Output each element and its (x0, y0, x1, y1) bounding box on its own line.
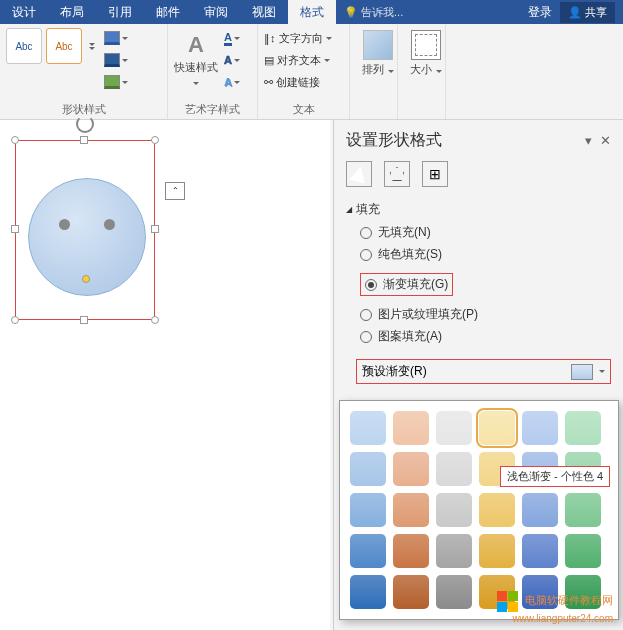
gradient-preset-2-5[interactable] (565, 493, 601, 527)
text-direction-button[interactable]: ‖↕文字方向 (264, 28, 343, 48)
tab-format[interactable]: 格式 (288, 0, 336, 25)
gradient-preset-3-4[interactable] (522, 534, 558, 568)
watermark-logo-icon (497, 591, 518, 612)
circle-shape[interactable] (28, 178, 146, 296)
arrange-button[interactable]: 排列 (356, 28, 400, 77)
gradient-preset-3-3[interactable] (479, 534, 515, 568)
layout-options-icon[interactable]: ⌃ (165, 182, 185, 200)
gradient-preset-popup: 浅色渐变 - 个性色 4 (339, 400, 619, 620)
gradient-preset-3-5[interactable] (565, 534, 601, 568)
tab-mailings[interactable]: 邮件 (144, 0, 192, 25)
picture-fill-radio[interactable]: 图片或纹理填充(P) (360, 306, 611, 323)
gradient-preset-0-0[interactable] (350, 411, 386, 445)
preset-swatch-icon (571, 364, 593, 380)
ribbon: Abc Abc 形状样式 A 快速样式 A A A 艺术字样式 (0, 24, 623, 120)
tell-me[interactable]: 💡 告诉我... (344, 5, 403, 20)
outline-swatch-icon (104, 53, 120, 67)
gradient-preset-0-3[interactable] (479, 411, 515, 445)
align-text-icon: ▤ (264, 54, 274, 67)
gradient-preset-3-1[interactable] (393, 534, 429, 568)
gradient-preset-0-2[interactable] (436, 411, 472, 445)
quick-styles-button[interactable]: A 快速样式 (174, 28, 218, 98)
arrange-icon (363, 30, 393, 60)
create-link-button[interactable]: ⚯创建链接 (264, 72, 343, 92)
gradient-preset-1-1[interactable] (393, 452, 429, 486)
shape-style-more[interactable] (86, 28, 98, 64)
gradient-preset-4-1[interactable] (393, 575, 429, 609)
handle-tr[interactable] (151, 136, 159, 144)
shape-effects-button[interactable] (102, 72, 130, 92)
handle-br[interactable] (151, 316, 159, 324)
gradient-preset-4-2[interactable] (436, 575, 472, 609)
gradient-preset-0-4[interactable] (522, 411, 558, 445)
tab-references[interactable]: 引用 (96, 0, 144, 25)
tab-layout[interactable]: 布局 (48, 0, 96, 25)
gradient-preset-3-0[interactable] (350, 534, 386, 568)
text-fill-button[interactable]: A (222, 28, 242, 48)
size-button[interactable]: 大小 (404, 28, 448, 77)
handle-l[interactable] (11, 225, 19, 233)
gradient-fill-radio[interactable]: 渐变填充(G) (360, 273, 453, 296)
handle-t[interactable] (80, 136, 88, 144)
rotate-handle-icon[interactable] (76, 115, 94, 133)
preset-gradient-dropdown[interactable]: 预设渐变(R) (356, 359, 611, 384)
shape-style-2[interactable]: Abc (46, 28, 82, 64)
tab-view[interactable]: 视图 (240, 0, 288, 25)
gradient-preset-0-1[interactable] (393, 411, 429, 445)
share-button[interactable]: 👤 共享 (560, 2, 615, 23)
gradient-preset-2-3[interactable] (479, 493, 515, 527)
fill-section-header[interactable]: 填充 (346, 201, 611, 218)
effects-swatch-icon (104, 75, 120, 89)
handle-r[interactable] (151, 225, 159, 233)
no-fill-radio[interactable]: 无填充(N) (360, 224, 611, 241)
watermark: 电脑软硬件教程网 www.liangputer24.com (497, 591, 613, 624)
adjust-handle[interactable] (82, 275, 90, 283)
shape-eye-left (59, 219, 70, 230)
tab-design[interactable]: 设计 (0, 0, 48, 25)
fill-line-tab-icon[interactable] (346, 161, 372, 187)
pattern-fill-radio[interactable]: 图案填充(A) (360, 328, 611, 345)
link-icon: ⚯ (264, 76, 273, 89)
pane-options-icon[interactable]: ▾ (585, 133, 592, 148)
wordart-A-icon: A (174, 30, 218, 60)
shape-outline-button[interactable] (102, 50, 130, 70)
gradient-preset-1-2[interactable] (436, 452, 472, 486)
gradient-preset-0-5[interactable] (565, 411, 601, 445)
fill-swatch-icon (104, 31, 120, 45)
solid-fill-radio[interactable]: 纯色填充(S) (360, 246, 611, 263)
gradient-preset-3-2[interactable] (436, 534, 472, 568)
text-effects-button[interactable]: A (222, 72, 242, 92)
gradient-preset-2-1[interactable] (393, 493, 429, 527)
group-text-label: 文本 (258, 102, 349, 117)
shape-fill-button[interactable] (102, 28, 130, 48)
pane-title: 设置形状格式 (346, 130, 442, 151)
handle-b[interactable] (80, 316, 88, 324)
size-icon (411, 30, 441, 60)
ribbon-tabs: 设计 布局 引用 邮件 审阅 视图 格式 💡 告诉我... 登录 👤 共享 (0, 0, 623, 24)
group-wordart-label: 艺术字样式 (168, 102, 257, 117)
signin-link[interactable]: 登录 (528, 4, 552, 21)
handle-tl[interactable] (11, 136, 19, 144)
layout-tab-icon[interactable]: ⊞ (422, 161, 448, 187)
gradient-tooltip: 浅色渐变 - 个性色 4 (500, 466, 610, 487)
gradient-preset-2-0[interactable] (350, 493, 386, 527)
gradient-preset-2-2[interactable] (436, 493, 472, 527)
pane-close-icon[interactable]: ✕ (600, 133, 611, 148)
gradient-preset-1-0[interactable] (350, 452, 386, 486)
tab-review[interactable]: 审阅 (192, 0, 240, 25)
text-direction-icon: ‖↕ (264, 32, 276, 45)
gradient-preset-2-4[interactable] (522, 493, 558, 527)
shape-style-1[interactable]: Abc (6, 28, 42, 64)
effects-tab-icon[interactable] (384, 161, 410, 187)
handle-bl[interactable] (11, 316, 19, 324)
align-text-button[interactable]: ▤对齐文本 (264, 50, 343, 70)
gradient-preset-4-0[interactable] (350, 575, 386, 609)
shape-eye-right (104, 219, 115, 230)
text-outline-button[interactable]: A (222, 50, 242, 70)
